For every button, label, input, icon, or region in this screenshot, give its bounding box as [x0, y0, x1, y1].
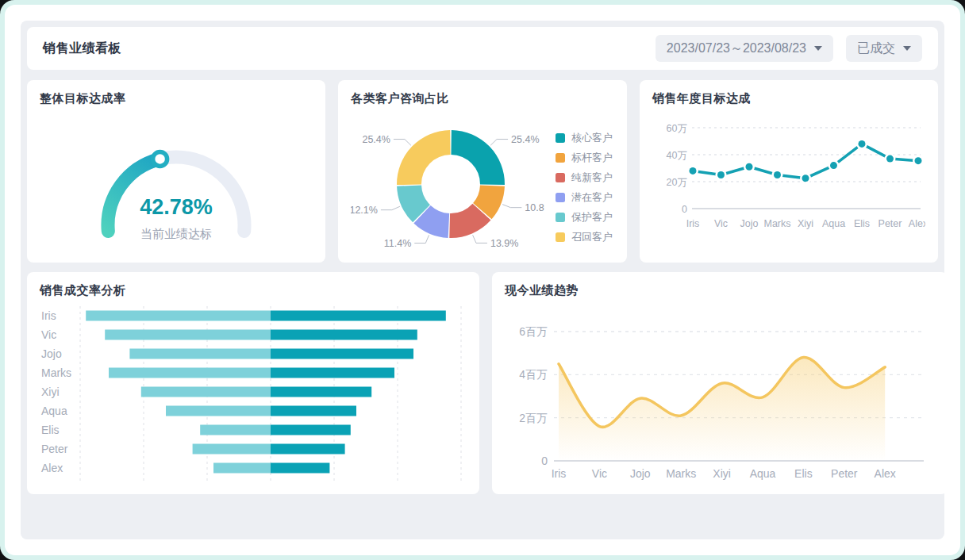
gauge-chart: 42.78%当前业绩达标 — [40, 108, 313, 259]
conversion-funnel-card-title: 销售成交率分析 — [40, 283, 467, 298]
svg-text:Peter: Peter — [41, 443, 68, 455]
legend-swatch — [556, 232, 565, 242]
svg-text:Marks: Marks — [41, 366, 71, 379]
page-title: 销售业绩看板 — [43, 40, 121, 57]
funnel-bar-left-Vic — [105, 330, 271, 340]
funnel-bar-left-Iris — [86, 311, 271, 321]
funnel-bar-right-Aqua — [271, 406, 356, 416]
trend-card: 现今业绩趋势 02百万4百万6百万IrisVicJojoMarksXiyiAqu… — [492, 272, 948, 494]
svg-text:Jojo: Jojo — [740, 218, 759, 229]
svg-text:Aqua: Aqua — [822, 218, 845, 229]
dashboard-background: 销售业绩看板 2023/07/23～2023/08/23 已成交 整体目标达成率… — [21, 21, 944, 539]
svg-text:11.4%: 11.4% — [384, 238, 412, 249]
svg-text:4百万: 4百万 — [519, 368, 548, 381]
svg-text:Alex: Alex — [41, 462, 63, 474]
legend-swatch — [556, 213, 565, 222]
gauge-label: 当前业绩达标 — [140, 227, 212, 240]
donut-card: 各类客户咨询占比 25.4%10.8%13.9%11.4%12.1%25.4% … — [338, 80, 627, 263]
svg-text:Vic: Vic — [592, 467, 607, 480]
svg-text:13.9%: 13.9% — [490, 238, 518, 249]
funnel-bar-left-Jojo — [129, 349, 271, 359]
svg-text:25.4%: 25.4% — [362, 134, 390, 145]
legend-label: 保护客户 — [571, 210, 613, 224]
legend-item-5[interactable]: 召回客户 — [556, 230, 613, 244]
bottom-row: 销售成交率分析 IrisVicJojoMarksXiyiAquaElisPete… — [27, 272, 938, 494]
svg-text:Marks: Marks — [666, 467, 696, 480]
funnel-bar-left-Elis — [200, 425, 271, 435]
svg-text:0: 0 — [682, 204, 687, 215]
header-controls: 2023/07/23～2023/08/23 已成交 — [656, 35, 922, 62]
legend-label: 召回客户 — [571, 230, 613, 244]
legend-item-4[interactable]: 保护客户 — [556, 210, 613, 224]
legend-swatch — [556, 133, 565, 143]
annual-target-line-chart: 020万40万60万IrisVicJojoMarksXiyiAquaElisPe… — [652, 108, 925, 257]
line-point-Jojo — [746, 163, 753, 171]
svg-text:12.1%: 12.1% — [351, 205, 378, 216]
donut-chart: 25.4%10.8%13.9%11.4%12.1%25.4% — [351, 108, 544, 257]
funnel-bar-right-Iris — [271, 311, 446, 321]
line-point-Xiyi — [802, 175, 809, 182]
svg-text:Peter: Peter — [878, 218, 902, 229]
legend-swatch — [556, 173, 565, 182]
svg-text:2百万: 2百万 — [519, 412, 548, 424]
svg-text:Peter: Peter — [831, 467, 858, 480]
svg-text:Xiyi: Xiyi — [798, 218, 813, 229]
date-range-value: 2023/07/23～2023/08/23 — [667, 40, 806, 57]
svg-text:Marks: Marks — [763, 218, 790, 229]
chevron-down-icon — [903, 46, 911, 51]
gauge-card-title: 整体目标达成率 — [40, 91, 313, 106]
svg-text:Elis: Elis — [854, 218, 870, 229]
svg-text:60万: 60万 — [667, 123, 687, 134]
svg-text:0: 0 — [541, 455, 548, 467]
line-point-Alex — [915, 157, 922, 164]
legend-label: 核心客户 — [571, 131, 613, 145]
funnel-bar-right-Peter — [271, 444, 345, 455]
svg-text:Alex: Alex — [875, 467, 896, 480]
svg-text:Vic: Vic — [714, 218, 728, 229]
date-range-select[interactable]: 2023/07/23～2023/08/23 — [656, 35, 833, 62]
funnel-bar-left-Alex — [213, 463, 271, 474]
trend-area-chart: 02百万4百万6百万IrisVicJojoMarksXiyiAquaElisPe… — [505, 300, 935, 493]
conversion-funnel-card: 销售成交率分析 IrisVicJojoMarksXiyiAquaElisPete… — [27, 272, 479, 494]
gauge-knob — [153, 152, 167, 166]
svg-text:Xiyi: Xiyi — [713, 467, 731, 480]
svg-text:Jojo: Jojo — [630, 467, 651, 480]
dashboard-header: 销售业绩看板 2023/07/23～2023/08/23 已成交 — [27, 27, 938, 70]
line-point-Vic — [717, 171, 725, 178]
donut-segment-5 — [397, 130, 451, 185]
svg-text:6百万: 6百万 — [519, 325, 548, 338]
legend-swatch — [556, 193, 565, 202]
legend-label: 标杆客户 — [571, 151, 613, 165]
funnel-bar-right-Marks — [271, 368, 394, 378]
funnel-bar-right-Xiyi — [271, 387, 371, 397]
svg-text:Xiyi: Xiyi — [41, 385, 60, 398]
svg-text:Iris: Iris — [552, 467, 567, 480]
app-panel: 销售业绩看板 2023/07/23～2023/08/23 已成交 整体目标达成率… — [5, 5, 960, 555]
line-point-Peter — [886, 155, 894, 163]
svg-text:25.4%: 25.4% — [511, 134, 539, 145]
status-filter-select[interactable]: 已成交 — [846, 35, 922, 62]
line-point-Marks — [774, 171, 781, 178]
legend-item-3[interactable]: 潜在客户 — [556, 190, 613, 205]
funnel-bar-left-Xiyi — [141, 387, 271, 397]
annual-target-card: 销售年度目标达成 020万40万60万IrisVicJojoMarksXiyiA… — [640, 80, 938, 263]
line-point-Elis — [859, 140, 866, 148]
svg-text:40万: 40万 — [667, 150, 687, 161]
top-row: 整体目标达成率 42.78%当前业绩达标 各类客户咨询占比 25.4%10.8%… — [27, 80, 938, 263]
funnel-bar-right-Jojo — [271, 349, 413, 359]
funnel-bar-left-Peter — [193, 444, 271, 455]
app-frame: 销售业绩看板 2023/07/23～2023/08/23 已成交 整体目标达成率… — [0, 0, 965, 560]
funnel-bar-right-Vic — [271, 330, 417, 340]
legend-item-1[interactable]: 标杆客户 — [556, 151, 613, 165]
trend-card-title: 现今业绩趋势 — [505, 283, 935, 298]
svg-text:Elis: Elis — [41, 424, 60, 436]
legend-item-2[interactable]: 纯新客户 — [556, 171, 613, 185]
donut-chart-area: 25.4%10.8%13.9%11.4%12.1%25.4% 核心客户标杆客户纯… — [351, 106, 614, 257]
line-point-Iris — [690, 167, 697, 175]
svg-text:Elis: Elis — [794, 467, 813, 480]
funnel-bar-right-Elis — [271, 425, 351, 435]
legend-label: 潜在客户 — [571, 190, 613, 205]
gauge-value: 42.78% — [140, 195, 213, 219]
legend-item-0[interactable]: 核心客户 — [556, 131, 613, 145]
svg-text:10.8%: 10.8% — [525, 202, 544, 213]
